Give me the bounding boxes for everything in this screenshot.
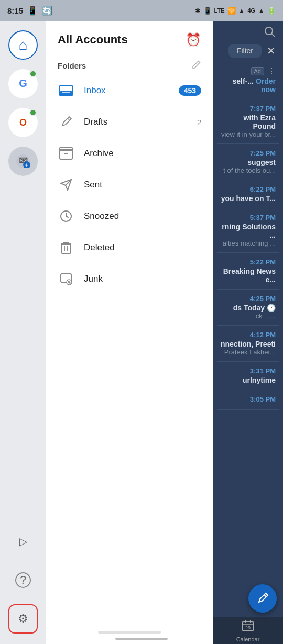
add-account-button[interactable]: ✉ + [8,147,38,176]
folder-panel: All Accounts ⏰ Folders [46,21,213,644]
phone-icon: 📱 [27,6,38,16]
snoozed-label: Snoozed [84,211,201,221]
email-time: 4:25 PM [250,295,276,303]
status-time: 8:15 [7,6,23,15]
sidebar-bottom: ▷ ? ⚙ [0,527,46,644]
email-item-6[interactable]: 4:25 PM ds Today 🕐 ck ... [217,290,279,326]
svg-text:G: G [19,77,27,89]
email-sender: ds Today 🕐 [220,304,276,312]
email-preview: alties matching ... [220,239,276,247]
email-time: 7:37 PM [250,105,276,113]
email-panel-bottom: 29 Calendar [213,617,283,644]
email-panel: Filter ✕ Ad ⋮ self-... Order now 7:37 PM… [213,21,283,644]
close-button[interactable]: ✕ [267,45,276,57]
drafts-count: 2 [197,118,201,127]
folder-item-archive[interactable]: Archive [46,138,213,169]
drafts-icon [58,114,74,130]
folder-item-drafts[interactable]: Drafts 2 [46,106,213,138]
email-item-3[interactable]: 6:22 PM you have on T... [217,180,279,208]
calendar-icon: 29 [242,619,254,635]
email-sender: self-... Order now [220,77,276,94]
email-item-top: 7:25 PM [220,149,276,157]
scroll-bar [115,638,168,640]
folder-item-sent[interactable]: Sent [46,169,213,201]
vibrate-icon: 📳 [203,7,212,15]
battery-icon: 🔋 [267,7,276,15]
play-button[interactable]: ▷ [8,527,38,556]
folders-label: Folders [58,61,86,70]
more-icon[interactable]: ⋮ [267,66,276,76]
folder-item-deleted[interactable]: Deleted [46,232,213,263]
email-item-1[interactable]: 7:37 PM with Ezra Pound view it in your … [217,99,279,144]
email-item-4[interactable]: 5:37 PM rning Solutions ... alties match… [217,208,279,253]
email-sender: nnection, Preeti [220,340,276,348]
play-icon: ▷ [19,535,27,548]
email-time: 5:37 PM [250,214,276,221]
folder-panel-title: All Accounts [58,33,128,47]
alarm-icon[interactable]: ⏰ [186,32,201,47]
status-right: ✱ 📳 LTE 🛜 ▲ 4G ▲ 🔋 [195,7,276,15]
wifi-icon: 🛜 [227,7,236,15]
email-preview: view it in your br... [220,130,276,138]
account-google[interactable]: G [8,69,38,98]
settings-icon: ⚙ [18,612,28,626]
email-item-top: 5:37 PM [220,214,276,221]
help-button[interactable]: ? [8,565,38,595]
home-icon: ⌂ [19,37,28,53]
email-item-5[interactable]: 5:22 PM Breaking News e... [217,253,279,290]
email-filter-bar: Filter ✕ [213,41,283,61]
svg-text:29: 29 [245,625,251,630]
email-time: 3:31 PM [250,367,276,375]
email-item-top: 4:12 PM [220,331,276,339]
folder-item-inbox[interactable]: Inbox 453 [46,75,213,106]
ad-badge: Ad [251,67,264,75]
email-preview: ck ... [220,312,276,320]
email-time: 3:05 PM [250,395,276,403]
email-time: 5:22 PM [250,258,276,266]
junk-label: Junk [84,274,201,284]
email-item-top: Ad ⋮ [220,66,276,76]
inbox-icon [58,82,74,99]
email-item-top: 7:37 PM [220,105,276,113]
email-item-9[interactable]: 3:05 PM [217,390,279,410]
folder-item-junk[interactable]: Junk [46,263,213,295]
email-item-0[interactable]: Ad ⋮ self-... Order now [217,61,279,99]
email-item-7[interactable]: 4:12 PM nnection, Preeti Prateek Lakher.… [217,326,279,362]
search-icon[interactable] [264,26,276,41]
sent-icon [58,176,74,193]
folder-item-snoozed[interactable]: Snoozed [46,201,213,232]
inbox-badge: 453 [179,85,201,96]
google-icon: G [14,75,32,93]
edit-icon[interactable] [192,60,201,72]
svg-rect-13 [61,244,71,253]
signal-icon: ▲ [238,7,245,15]
office-badge [29,109,37,116]
deleted-icon [58,239,74,256]
folders-section: Folders [46,52,213,75]
email-list: Ad ⋮ self-... Order now 7:37 PM with Ezr… [213,61,283,617]
archive-icon [58,145,74,162]
folder-header: All Accounts ⏰ [46,21,213,52]
compose-fab[interactable] [248,584,277,613]
email-item-8[interactable]: 3:31 PM urlnytime [217,362,279,390]
email-sender: suggest [220,158,276,166]
email-time: 6:22 PM [250,185,276,193]
svg-rect-9 [60,91,72,96]
email-item-top: 4:25 PM [220,295,276,303]
email-item-top: 3:31 PM [220,367,276,375]
snoozed-icon [58,208,74,225]
email-item-top: 5:22 PM [220,258,276,266]
svg-text:+: + [25,162,28,169]
account-home[interactable]: ⌂ [8,30,38,60]
help-icon: ? [15,572,31,588]
calendar-button[interactable]: 29 Calendar [236,619,260,642]
junk-icon [58,271,74,287]
email-sender: urlnytime [220,376,276,384]
email-sender: rning Solutions ... [220,223,276,239]
email-preview: t of the tools ou... [220,166,276,174]
settings-button[interactable]: ⚙ [8,604,38,634]
filter-button[interactable]: Filter [228,44,262,58]
email-item-2[interactable]: 7:25 PM suggest t of the tools ou... [217,144,279,180]
email-sender: with Ezra Pound [220,114,276,130]
account-office[interactable]: O [8,108,38,137]
